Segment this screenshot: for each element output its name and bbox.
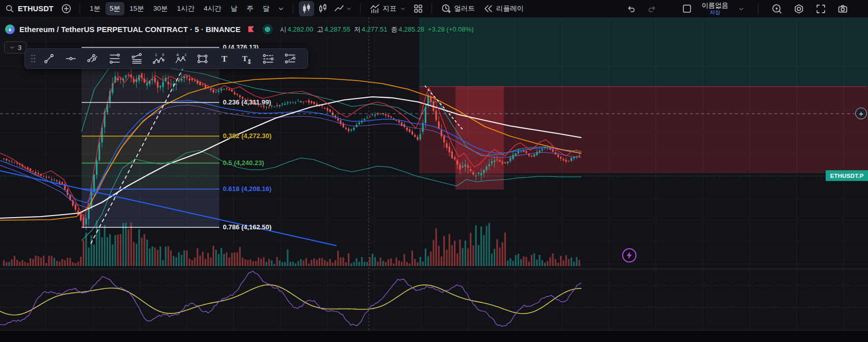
instant-trading-button[interactable] — [622, 248, 636, 262]
interval-button[interactable]: 1시간 — [173, 2, 199, 15]
interval-button[interactable]: 1분 — [86, 2, 105, 15]
layout-menu-button[interactable] — [735, 3, 747, 15]
replay-button[interactable]: 리플레이 — [479, 1, 527, 16]
svg-text:T: T — [242, 55, 247, 63]
toolbar-divider — [431, 3, 432, 14]
hidden-indicators-button[interactable]: 3 — [4, 41, 27, 54]
symbol-search-button[interactable]: ETHUSDT — [0, 2, 58, 15]
elliott-wave-tool-button[interactable]: 1 5 — [148, 50, 169, 67]
interval-button[interactable]: 15분 — [125, 2, 148, 15]
fib-retracement-icon — [109, 52, 121, 65]
interval-group: 1분5분15분30분1시간4시간날주달 — [86, 2, 274, 15]
layout-select-button[interactable] — [679, 1, 695, 16]
parallel-channel-tool-button[interactable] — [82, 50, 103, 67]
elliott-wave-icon: 1 5 — [152, 52, 165, 65]
drawings-layer — [0, 65, 463, 246]
interval-button[interactable]: 달 — [259, 2, 274, 15]
save-layout-button[interactable]: 이름없음 저장 — [702, 2, 728, 15]
ethusdtp-price-flag[interactable]: ETHUSDT.P — [826, 170, 868, 181]
text-tool-button[interactable]: T — [214, 50, 235, 67]
settings-button[interactable] — [791, 1, 807, 17]
compare-add-symbol-button[interactable] — [59, 1, 74, 16]
undo-button[interactable] — [623, 1, 639, 16]
trend-line-icon — [43, 52, 55, 65]
layout-name: 이름없음 — [702, 2, 728, 9]
ohlc-readout: 시4,282.00 고4,287.55 저4,277.51 종4,285.28 … — [280, 25, 474, 34]
close-label: 종 — [391, 25, 397, 34]
chart-area[interactable]: ♦ Ethereum / TetherUS PERPETUAL CONTRACT… — [0, 18, 868, 342]
xabcd-pattern-tool-button[interactable]: A C — [170, 50, 191, 67]
chart-type-line-button[interactable] — [331, 1, 354, 16]
interval-button[interactable]: 5분 — [106, 2, 124, 15]
toolbar-divider — [758, 3, 758, 14]
lightning-bolt-icon — [626, 251, 633, 259]
save-label: 저장 — [710, 10, 721, 15]
fib-retracement-tool-button[interactable] — [104, 50, 125, 67]
trend-based-fib-tool-button[interactable] — [126, 50, 147, 67]
change-value: +3.28 (+0.08%) — [428, 25, 474, 33]
chart-type-candles-button[interactable] — [299, 1, 314, 16]
rewind-icon — [483, 4, 493, 14]
interval-button[interactable]: 4시간 — [199, 2, 225, 15]
top-toolbar: ETHUSDT 1분5분15분30분1시간4시간날주달 — [0, 0, 868, 18]
close-value: 4,285.28 — [398, 25, 424, 33]
oscillator-fast-line — [0, 271, 581, 327]
snapshot-button[interactable] — [835, 1, 851, 17]
line-chart-icon — [334, 4, 344, 14]
redo-button[interactable] — [645, 1, 660, 16]
symbol-title[interactable]: Ethereum / TetherUS PERPETUAL CONTRACT ·… — [19, 25, 241, 34]
chevron-down-icon — [738, 6, 745, 12]
horizontal-line-tool-button[interactable] — [60, 50, 81, 67]
chart-type-hollow-candles-button[interactable] — [315, 1, 330, 16]
svg-text:T: T — [221, 54, 227, 64]
indicator-templates-button[interactable] — [411, 1, 426, 16]
time-axis[interactable] — [0, 330, 868, 342]
interval-button[interactable]: 30분 — [149, 2, 172, 15]
svg-text:1 5: 1 5 — [155, 53, 165, 57]
signpost-icon — [262, 52, 274, 65]
market-status-dot[interactable] — [265, 27, 270, 32]
svg-text:A C: A C — [176, 53, 187, 57]
camera-icon — [837, 4, 848, 14]
interval-button[interactable]: 날 — [226, 2, 242, 15]
oscillator-layer — [0, 271, 581, 327]
add-order-plus-button[interactable]: + — [855, 108, 867, 119]
toolbar-divider — [360, 3, 361, 14]
interval-expand-button[interactable] — [275, 3, 287, 15]
text-icon: T — [218, 52, 231, 65]
fullscreen-button[interactable] — [813, 1, 829, 17]
layout-square-icon — [682, 4, 692, 14]
toolbar-divider — [293, 3, 293, 14]
alert-button[interactable]: 얼러트 — [438, 1, 479, 16]
indicators-button[interactable]: 지표 — [366, 1, 410, 16]
rectangle-tool-button[interactable] — [192, 50, 213, 67]
open-value: 4,282.00 — [288, 25, 314, 33]
undo-icon — [626, 4, 636, 14]
projection-tool-button[interactable] — [279, 50, 300, 67]
flag-icon[interactable] — [247, 25, 255, 33]
low-value: 4,277.51 — [362, 25, 388, 33]
anchored-text-tool-button[interactable]: T — [236, 50, 257, 67]
quick-search-button[interactable] — [769, 1, 785, 17]
candles-icon — [301, 4, 312, 14]
toolbar-drag-handle[interactable] — [29, 52, 37, 65]
floating-drawing-toolbar: 1 5 A C T T — [24, 48, 308, 69]
indicators-label: 지표 — [383, 4, 397, 13]
gear-icon — [794, 4, 804, 14]
interval-button[interactable]: 주 — [243, 2, 258, 15]
replay-label: 리플레이 — [496, 4, 524, 13]
chevron-down-icon — [346, 6, 352, 12]
red-box-drawing[interactable] — [455, 87, 504, 190]
grid-layout-icon — [413, 4, 423, 14]
profit-zone — [419, 18, 868, 87]
signpost-tool-button[interactable] — [258, 50, 278, 67]
parallel-channel-icon — [87, 52, 99, 65]
plus-circle-icon — [61, 4, 71, 14]
hidden-indicators-count: 3 — [18, 44, 21, 51]
low-label: 저 — [354, 25, 361, 34]
trend-based-fib-icon — [131, 52, 143, 65]
hollow-candles-icon — [318, 4, 328, 14]
chevron-down-icon — [277, 5, 285, 12]
toolbar-divider — [80, 3, 80, 14]
trend-line-tool-button[interactable] — [38, 50, 59, 67]
